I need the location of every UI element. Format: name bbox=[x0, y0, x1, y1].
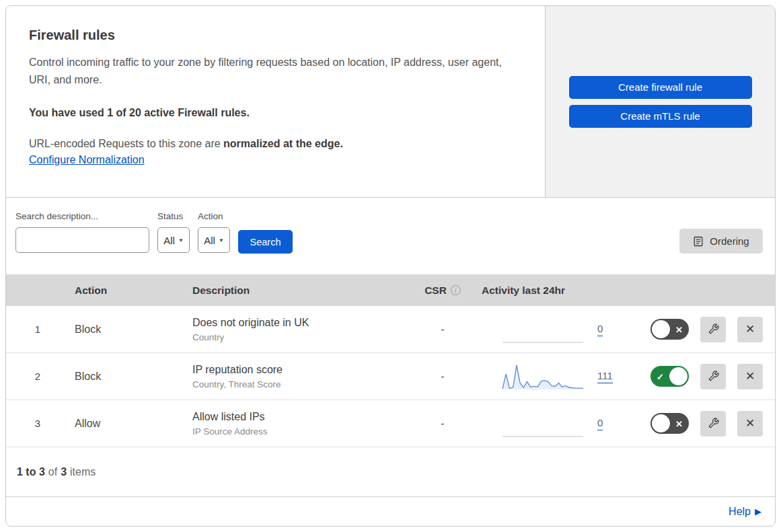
table-header: Action Description CSR i Activity last 2… bbox=[6, 274, 775, 306]
activity-sparkline bbox=[502, 362, 584, 391]
help-row: Help ▶ bbox=[6, 496, 775, 526]
toggle-x-icon: ✕ bbox=[675, 418, 683, 428]
firewall-rules-card: Firewall rules Control incoming traffic … bbox=[5, 5, 776, 527]
rule-description: Allow listed IPs bbox=[192, 411, 409, 423]
edit-rule-button[interactable] bbox=[700, 317, 726, 342]
close-icon: ✕ bbox=[745, 369, 755, 383]
rule-csr-value: - bbox=[409, 371, 476, 383]
status-label: Status bbox=[157, 211, 190, 221]
table-row: 3 Allow Allow listed IPs IP Source Addre… bbox=[6, 400, 775, 447]
ordering-button[interactable]: Ordering bbox=[679, 229, 763, 254]
rule-priority: 2 bbox=[6, 371, 69, 382]
rule-action: Block bbox=[69, 371, 187, 383]
create-firewall-rule-button[interactable]: Create firewall rule bbox=[569, 76, 752, 99]
ordering-button-label: Ordering bbox=[710, 235, 749, 247]
rule-priority: 1 bbox=[6, 324, 69, 335]
toggle-knob bbox=[669, 367, 687, 385]
page-description: Control incoming traffic to your zone by… bbox=[29, 54, 507, 89]
rule-action: Block bbox=[69, 324, 187, 336]
rule-description: IP reputation score bbox=[192, 364, 409, 376]
column-action: Action bbox=[69, 284, 187, 297]
list-document-icon bbox=[693, 236, 704, 247]
rule-priority: 3 bbox=[6, 418, 69, 429]
wrench-icon bbox=[707, 323, 720, 336]
status-value: All bbox=[163, 235, 175, 246]
toggle-x-icon: ✕ bbox=[675, 324, 683, 334]
usage-summary: You have used 1 of 20 active Firewall ru… bbox=[29, 107, 522, 119]
search-button[interactable]: Search bbox=[238, 230, 293, 254]
normalization-bold: normalized at the edge. bbox=[223, 138, 343, 149]
close-icon: ✕ bbox=[745, 322, 755, 336]
edit-rule-button[interactable] bbox=[700, 411, 726, 436]
header-section: Firewall rules Control incoming traffic … bbox=[6, 6, 775, 198]
action-value: All bbox=[204, 235, 215, 246]
help-link[interactable]: Help ▶ bbox=[729, 506, 761, 518]
rule-csr-value: - bbox=[409, 324, 476, 336]
column-csr: CSR i bbox=[409, 284, 476, 297]
help-arrow-icon: ▶ bbox=[755, 506, 761, 517]
page-title: Firewall rules bbox=[29, 28, 522, 43]
column-csr-label: CSR bbox=[424, 284, 447, 297]
activity-count-link[interactable]: 0 bbox=[597, 417, 603, 430]
info-icon[interactable]: i bbox=[451, 285, 461, 295]
rule-controls: ✓ ✕ ✕ bbox=[638, 411, 775, 436]
action-select[interactable]: All ▼ bbox=[198, 227, 230, 253]
rule-enabled-toggle[interactable]: ✓ ✕ bbox=[650, 366, 689, 387]
pagination-summary: 1 to 3 of 3 items bbox=[6, 447, 775, 496]
rule-description-cell: Does not originate in UK Country bbox=[187, 317, 409, 342]
action-label: Action bbox=[198, 211, 230, 221]
items-text: items bbox=[70, 466, 96, 478]
table-row: 1 Block Does not originate in UK Country… bbox=[6, 306, 775, 353]
create-mtls-rule-button[interactable]: Create mTLS rule bbox=[569, 105, 752, 128]
status-filter-group: Status All ▼ bbox=[157, 211, 190, 253]
rule-controls: ✓ ✕ ✕ bbox=[638, 317, 775, 342]
normalization-prefix: URL-encoded Requests to this zone are bbox=[29, 138, 223, 149]
toggle-knob bbox=[652, 320, 670, 338]
header-text-panel: Firewall rules Control incoming traffic … bbox=[6, 6, 545, 197]
search-input[interactable] bbox=[27, 230, 161, 250]
edit-rule-button[interactable] bbox=[700, 364, 726, 389]
normalization-note: URL-encoded Requests to this zone are no… bbox=[29, 138, 522, 150]
chevron-down-icon: ▼ bbox=[178, 237, 184, 243]
rule-csr-value: - bbox=[409, 418, 476, 430]
delete-rule-button[interactable]: ✕ bbox=[737, 317, 763, 342]
rule-activity-cell: 111 bbox=[476, 362, 638, 391]
of-text: of bbox=[48, 466, 57, 478]
toggle-check-icon: ✓ bbox=[657, 371, 664, 381]
search-group: Search description... bbox=[15, 211, 149, 253]
rule-description-cell: IP reputation score Country, Threat Scor… bbox=[187, 364, 409, 389]
rule-enabled-toggle[interactable]: ✓ ✕ bbox=[650, 413, 689, 434]
toggle-knob bbox=[652, 414, 670, 432]
total-count: 3 bbox=[61, 466, 67, 478]
rule-fields: Country bbox=[192, 332, 409, 342]
rule-activity-cell: 0 bbox=[476, 315, 638, 344]
rule-description-cell: Allow listed IPs IP Source Address bbox=[187, 411, 409, 436]
help-link-label: Help bbox=[729, 506, 751, 518]
delete-rule-button[interactable]: ✕ bbox=[737, 364, 763, 389]
activity-sparkline bbox=[502, 409, 584, 439]
action-filter-group: Action All ▼ bbox=[198, 211, 230, 253]
table-row: 2 Block IP reputation score Country, Thr… bbox=[6, 353, 775, 400]
chevron-down-icon: ▼ bbox=[219, 237, 224, 243]
wrench-icon bbox=[707, 370, 720, 383]
configure-normalization-link[interactable]: Configure Normalization bbox=[29, 154, 145, 166]
delete-rule-button[interactable]: ✕ bbox=[737, 411, 763, 436]
activity-count-link[interactable]: 111 bbox=[597, 370, 613, 383]
status-select[interactable]: All ▼ bbox=[157, 227, 190, 253]
rule-action: Allow bbox=[69, 418, 187, 430]
rule-fields: Country, Threat Score bbox=[192, 379, 409, 389]
activity-sparkline bbox=[502, 315, 584, 344]
filter-bar: Search description... Status All ▼ Actio… bbox=[6, 198, 775, 274]
search-label: Search description... bbox=[15, 211, 149, 221]
rule-controls: ✓ ✕ ✕ bbox=[638, 364, 775, 389]
range-text: 1 to 3 bbox=[17, 466, 45, 478]
close-icon: ✕ bbox=[745, 416, 755, 430]
rule-description: Does not originate in UK bbox=[192, 317, 409, 329]
column-activity: Activity last 24hr bbox=[476, 284, 638, 297]
action-panel: Create firewall rule Create mTLS rule bbox=[545, 6, 775, 197]
rule-fields: IP Source Address bbox=[192, 426, 409, 436]
rule-activity-cell: 0 bbox=[476, 409, 638, 439]
wrench-icon bbox=[707, 417, 720, 430]
activity-count-link[interactable]: 0 bbox=[597, 323, 603, 336]
rule-enabled-toggle[interactable]: ✓ ✕ bbox=[650, 319, 689, 340]
